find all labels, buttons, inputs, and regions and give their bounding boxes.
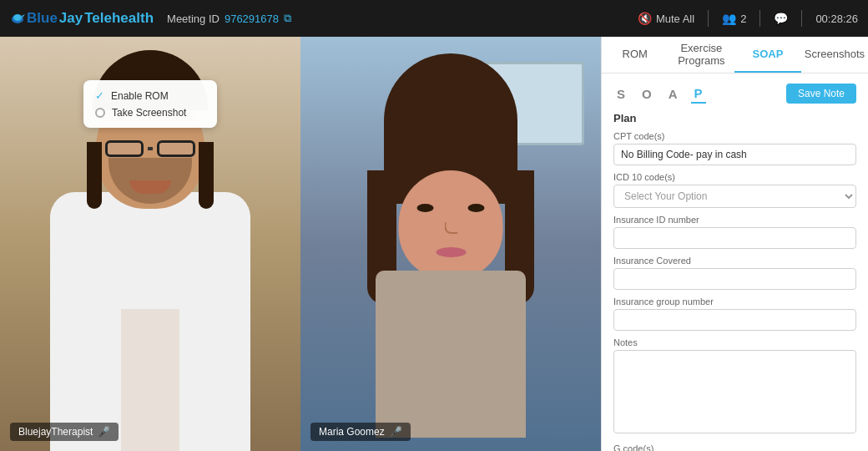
- mute-icon: 🔇: [638, 12, 652, 25]
- copy-icon[interactable]: ⧉: [284, 12, 291, 25]
- enable-rom-item[interactable]: ✓ Enable ROM: [95, 87, 205, 104]
- notes-textarea[interactable]: [613, 350, 856, 433]
- cpt-input[interactable]: [613, 144, 856, 165]
- patient-name: Maria Goomez: [319, 426, 385, 438]
- tab-screenshots[interactable]: Screenshots: [801, 37, 868, 73]
- meeting-id-label: Meeting ID: [167, 13, 220, 25]
- doctor-video: ✓ Enable ROM Take Screenshot BluejayTher…: [0, 37, 300, 451]
- soap-letter-a[interactable]: A: [665, 85, 681, 103]
- mute-all-button[interactable]: 🔇 Mute All: [638, 12, 694, 25]
- logo-blue: Blue: [27, 10, 58, 27]
- patient-mic-icon: 🎤: [390, 426, 402, 438]
- header-controls: 🔇 Mute All 👥 2 💬 00:28:26: [638, 10, 858, 27]
- doctor-label: BluejayTherapist 🎤: [10, 423, 119, 441]
- enable-rom-label: Enable ROM: [111, 90, 169, 102]
- g-code-label: G code(s): [613, 443, 856, 451]
- right-tabs: ROM Exercise Programs SOAP Screenshots: [602, 37, 868, 73]
- insurance-id-label: Insurance ID number: [613, 215, 856, 225]
- doctor-mic-icon: 🎤: [98, 426, 110, 438]
- dot-icon: [95, 108, 105, 118]
- session-timer: 00:28:26: [815, 13, 858, 25]
- icd-label: ICD 10 code(s): [613, 172, 856, 182]
- tab-exercise-programs[interactable]: Exercise Programs: [669, 37, 735, 73]
- svg-point-1: [13, 14, 22, 21]
- tab-rom[interactable]: ROM: [602, 37, 669, 73]
- insurance-group-input[interactable]: [613, 309, 856, 331]
- logo: BlueJayTelehealth: [10, 10, 154, 27]
- main: ✓ Enable ROM Take Screenshot BluejayTher…: [0, 37, 868, 451]
- cpt-label: CPT code(s): [613, 131, 856, 141]
- save-note-button[interactable]: Save Note: [786, 84, 856, 104]
- logo-jay: Jay: [59, 10, 83, 27]
- insurance-covered-label: Insurance Covered: [613, 256, 856, 266]
- soap-subtabs: S O A P Save Note: [613, 84, 856, 104]
- notes-label: Notes: [613, 337, 856, 347]
- tab-soap[interactable]: SOAP: [734, 37, 801, 73]
- participants-button[interactable]: 👥 2: [722, 12, 746, 25]
- participants-count: 2: [740, 13, 746, 25]
- enable-rom-popup: ✓ Enable ROM Take Screenshot: [83, 80, 217, 128]
- check-icon: ✓: [95, 89, 104, 102]
- logo-telehealth: Telehealth: [84, 10, 154, 27]
- header: BlueJayTelehealth Meeting ID 976291678 ⧉…: [0, 0, 868, 37]
- take-screenshot-label: Take Screenshot: [112, 107, 186, 119]
- divider-1: [708, 10, 709, 27]
- chat-icon: 💬: [774, 12, 788, 25]
- plan-section-label: Plan: [613, 112, 856, 124]
- participants-icon: 👥: [722, 12, 736, 25]
- divider-2: [760, 10, 760, 27]
- insurance-id-input[interactable]: [613, 227, 856, 249]
- soap-panel: S O A P Save Note Plan CPT code(s) ICD 1…: [602, 73, 868, 451]
- soap-letter-o[interactable]: O: [638, 85, 655, 103]
- doctor-name: BluejayTherapist: [18, 426, 93, 438]
- video-area: ✓ Enable ROM Take Screenshot BluejayTher…: [0, 37, 601, 451]
- icd-select[interactable]: Select Your Option: [613, 185, 856, 208]
- insurance-group-label: Insurance group number: [613, 296, 856, 307]
- chat-button[interactable]: 💬: [774, 12, 788, 25]
- patient-label: Maria Goomez 🎤: [310, 423, 411, 441]
- insurance-covered-input[interactable]: [613, 268, 856, 290]
- meeting-id-area: Meeting ID 976291678 ⧉: [167, 12, 291, 25]
- divider-3: [801, 10, 802, 27]
- patient-video: Maria Goomez 🎤: [300, 37, 601, 451]
- take-screenshot-item[interactable]: Take Screenshot: [95, 104, 205, 121]
- meeting-id-number: 976291678: [225, 13, 279, 25]
- soap-letter-s[interactable]: S: [613, 85, 628, 103]
- mute-all-label: Mute All: [656, 13, 694, 25]
- soap-letter-p[interactable]: P: [691, 84, 706, 104]
- logo-bird-icon: [10, 11, 25, 26]
- right-panel: ROM Exercise Programs SOAP Screenshots S…: [601, 37, 868, 451]
